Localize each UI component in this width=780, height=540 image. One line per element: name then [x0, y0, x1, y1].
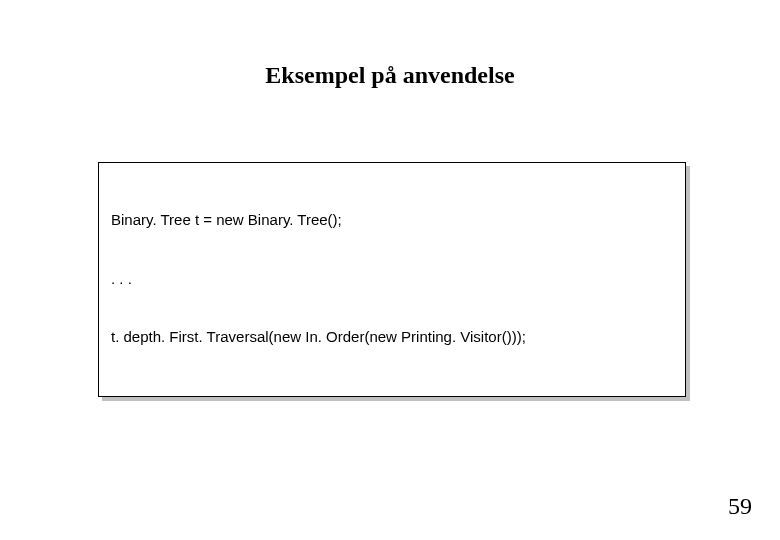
- code-example-container: Binary. Tree t = new Binary. Tree(); . .…: [98, 162, 686, 397]
- code-line-1: Binary. Tree t = new Binary. Tree();: [111, 210, 673, 230]
- page-number: 59: [728, 493, 752, 520]
- code-line-2: . . .: [111, 269, 673, 289]
- slide-title: Eksempel på anvendelse: [0, 62, 780, 89]
- code-box: Binary. Tree t = new Binary. Tree(); . .…: [98, 162, 686, 397]
- code-line-3: t. depth. First. Traversal(new In. Order…: [111, 327, 673, 347]
